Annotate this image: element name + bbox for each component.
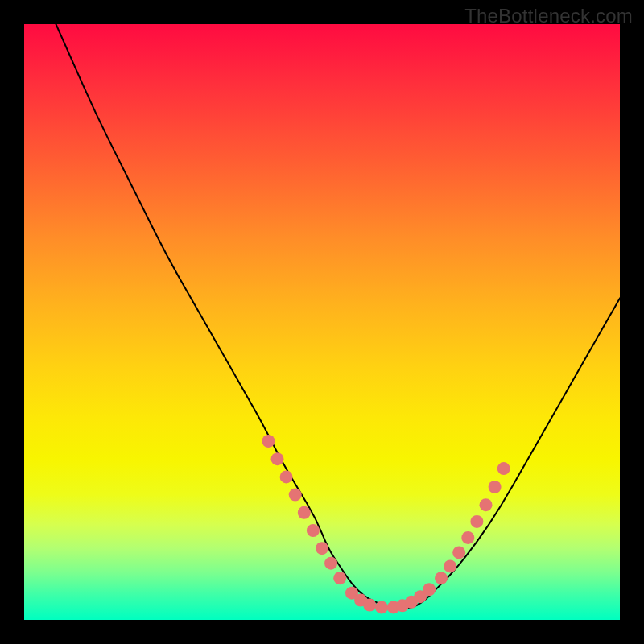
data-point [316,542,328,555]
curve-layer [24,24,620,620]
data-point [444,559,456,572]
data-point [307,524,320,537]
data-point [461,531,474,544]
data-point [324,557,337,570]
data-point [262,435,275,448]
data-point [489,481,502,493]
data-point [497,462,510,475]
data-point [423,583,436,596]
data-point [333,572,346,584]
plot-area [24,24,620,620]
data-point [280,470,293,483]
data-point [298,506,311,519]
data-point [363,599,376,612]
data-point [289,489,302,502]
data-point [435,572,448,584]
watermark-text: TheBottleneck.com [464,5,633,27]
data-point [375,601,388,613]
data-point [271,452,284,465]
data-point [480,498,493,511]
data-point [452,546,465,559]
data-point [470,515,483,528]
chart-stage: TheBottleneck.com [0,0,644,644]
bottleneck-curve [48,24,620,608]
